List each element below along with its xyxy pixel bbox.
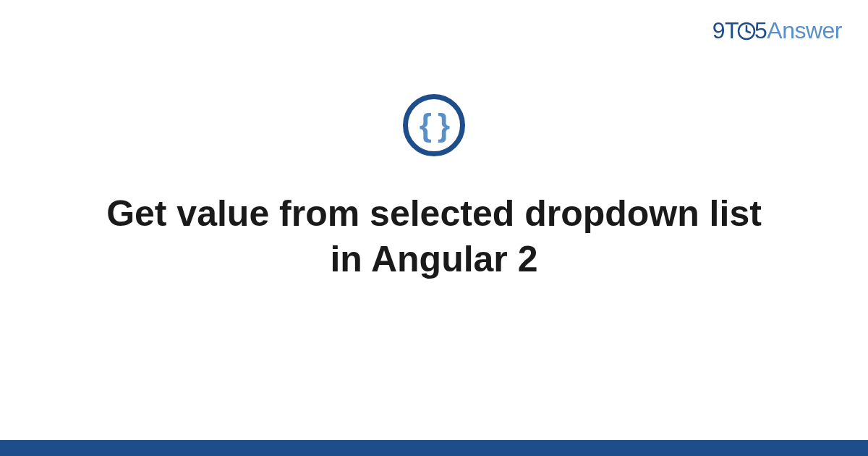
logo-part-answer: Answer — [767, 17, 842, 43]
site-logo: 9T5Answer — [712, 17, 842, 44]
logo-part-5: 5 — [754, 17, 767, 43]
clock-icon — [737, 20, 756, 38]
footer-bar — [0, 440, 868, 456]
svg-line-2 — [746, 31, 750, 33]
category-icon-circle: { } — [403, 94, 465, 156]
main-content: { } Get value from selected dropdown lis… — [0, 94, 868, 282]
logo-part-9t: 9T — [712, 17, 739, 43]
page-title: Get value from selected dropdown list in… — [87, 191, 781, 282]
code-braces-icon: { } — [420, 109, 448, 141]
